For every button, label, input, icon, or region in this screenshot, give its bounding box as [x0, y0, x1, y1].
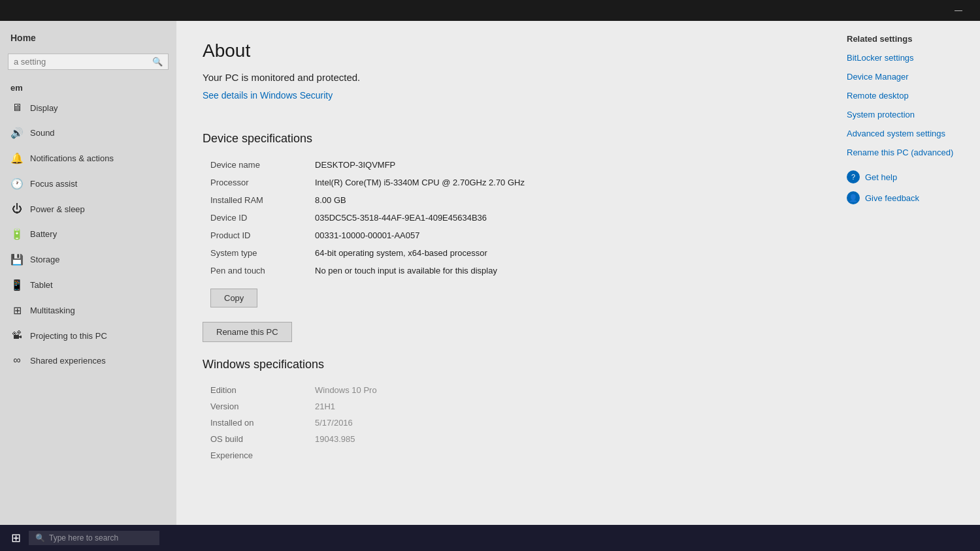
get-help-icon: ? — [847, 170, 860, 183]
search-box[interactable]: 🔍 — [8, 54, 169, 70]
installed-on-value: 5/17/2016 — [307, 415, 660, 431]
experience-label: Experience — [203, 447, 307, 464]
sidebar-item-power[interactable]: ⏻ Power & sleep — [0, 197, 176, 221]
system-protection-link[interactable]: System protection — [847, 110, 970, 119]
notifications-icon: 🔔 — [10, 152, 24, 165]
table-row: System type 64-bit operating system, x64… — [203, 244, 660, 262]
product-id-value: 00331-10000-00001-AA057 — [307, 227, 660, 244]
system-type-label: System type — [203, 244, 307, 262]
sidebar-home[interactable]: Home — [0, 27, 176, 48]
projecting-icon: 📽 — [10, 330, 24, 341]
table-row: Pen and touch No pen or touch input is a… — [203, 262, 660, 279]
processor-value: Intel(R) Core(TM) i5-3340M CPU @ 2.70GHz… — [307, 174, 660, 191]
sidebar-section-system: em — [0, 75, 176, 95]
power-icon: ⏻ — [10, 203, 24, 215]
sidebar-item-display-label: Display — [30, 103, 58, 113]
device-id-label: Device ID — [203, 209, 307, 227]
tablet-icon: 📱 — [10, 279, 24, 291]
rename-advanced-link[interactable]: Rename this PC (advanced) — [847, 148, 970, 157]
multitasking-icon: ⊞ — [10, 304, 24, 317]
search-icon: 🔍 — [152, 57, 163, 67]
product-id-label: Product ID — [203, 227, 307, 244]
sidebar-item-storage[interactable]: 💾 Storage — [0, 247, 176, 272]
feedback-label: Give feedback — [865, 193, 919, 203]
focus-icon: 🕐 — [10, 178, 24, 190]
advanced-system-link[interactable]: Advanced system settings — [847, 129, 970, 138]
table-row: Device ID 035DC5C5-3518-44AF-9EA1-409E45… — [203, 209, 660, 227]
help-section: ? Get help 👤 Give feedback — [847, 170, 970, 204]
version-value: 21H1 — [307, 398, 660, 415]
bitlocker-link[interactable]: BitLocker settings — [847, 53, 970, 63]
windows-specs-table: Edition Windows 10 Pro Version 21H1 Inst… — [203, 382, 660, 464]
search-input[interactable] — [14, 57, 152, 67]
device-name-value: DESKTOP-3IQVMFP — [307, 156, 660, 174]
ram-label: Installed RAM — [203, 191, 307, 209]
table-row: Product ID 00331-10000-00001-AA057 — [203, 227, 660, 244]
protection-text: Your PC is monitored and protected. — [203, 72, 810, 83]
get-help-item[interactable]: ? Get help — [847, 170, 970, 183]
device-specs-title: Device specifications — [203, 132, 810, 146]
sound-icon: 🔊 — [10, 127, 24, 139]
table-row: Edition Windows 10 Pro — [203, 382, 660, 398]
shared-icon: ∞ — [10, 354, 24, 366]
storage-icon: 💾 — [10, 253, 24, 266]
device-manager-link[interactable]: Device Manager — [847, 72, 970, 82]
sidebar-item-display[interactable]: 🖥 Display — [0, 95, 176, 120]
rename-button[interactable]: Rename this PC — [203, 322, 292, 342]
edition-value: Windows 10 Pro — [307, 382, 660, 398]
sidebar-item-tablet-label: Tablet — [30, 280, 53, 290]
device-id-value: 035DC5C5-3518-44AF-9EA1-409E45634B36 — [307, 209, 660, 227]
sidebar-item-tablet[interactable]: 📱 Tablet — [0, 272, 176, 298]
sidebar-item-sound-label: Sound — [30, 128, 55, 138]
feedback-item[interactable]: 👤 Give feedback — [847, 191, 970, 204]
page-title: About — [203, 40, 810, 61]
taskbar-search-icon: 🔍 — [35, 533, 45, 543]
table-row: Processor Intel(R) Core(TM) i5-3340M CPU… — [203, 174, 660, 191]
system-type-value: 64-bit operating system, x64-based proce… — [307, 244, 660, 262]
table-row: OS build 19043.985 — [203, 431, 660, 447]
minimize-button[interactable]: — — [943, 0, 973, 21]
processor-label: Processor — [203, 174, 307, 191]
sidebar-item-shared[interactable]: ∞ Shared experiences — [0, 348, 176, 373]
copy-button[interactable]: Copy — [210, 289, 257, 307]
ram-value: 8.00 GB — [307, 191, 660, 209]
table-row: Device name DESKTOP-3IQVMFP — [203, 156, 660, 174]
edition-label: Edition — [203, 382, 307, 398]
version-label: Version — [203, 398, 307, 415]
windows-security-link[interactable]: See details in Windows Security — [203, 90, 333, 101]
sidebar-item-notifications[interactable]: 🔔 Notifications & actions — [0, 146, 176, 171]
battery-icon: 🔋 — [10, 228, 24, 240]
sidebar: Home 🔍 em 🖥 Display 🔊 Sound 🔔 Notificati… — [0, 21, 176, 525]
sidebar-item-storage-label: Storage — [30, 255, 60, 264]
table-row: Experience — [203, 447, 660, 464]
experience-value — [307, 447, 660, 464]
sidebar-item-sound[interactable]: 🔊 Sound — [0, 120, 176, 146]
windows-specs-title: Windows specifications — [203, 358, 810, 371]
get-help-label: Get help — [865, 172, 897, 182]
sidebar-item-power-label: Power & sleep — [30, 204, 85, 214]
taskbar: ⊞ 🔍 Type here to search — [0, 525, 980, 551]
settings-window: Home 🔍 em 🖥 Display 🔊 Sound 🔔 Notificati… — [0, 21, 980, 525]
sidebar-item-battery[interactable]: 🔋 Battery — [0, 221, 176, 247]
sidebar-item-multitasking[interactable]: ⊞ Multitasking — [0, 298, 176, 323]
title-bar: — — [0, 0, 980, 21]
display-icon: 🖥 — [10, 102, 24, 114]
device-specs-table: Device name DESKTOP-3IQVMFP Processor In… — [203, 156, 660, 279]
table-row: Version 21H1 — [203, 398, 660, 415]
table-row: Installed RAM 8.00 GB — [203, 191, 660, 209]
sidebar-item-focus[interactable]: 🕐 Focus assist — [0, 171, 176, 197]
feedback-icon: 👤 — [847, 191, 860, 204]
start-button[interactable]: ⊞ — [3, 525, 29, 551]
sidebar-item-battery-label: Battery — [30, 229, 57, 239]
remote-desktop-link[interactable]: Remote desktop — [847, 91, 970, 101]
taskbar-search[interactable]: 🔍 Type here to search — [29, 531, 159, 545]
sidebar-item-multitasking-label: Multitasking — [30, 306, 75, 315]
os-build-value: 19043.985 — [307, 431, 660, 447]
os-build-label: OS build — [203, 431, 307, 447]
device-name-label: Device name — [203, 156, 307, 174]
pen-touch-value: No pen or touch input is available for t… — [307, 262, 660, 279]
sidebar-item-projecting[interactable]: 📽 Projecting to this PC — [0, 323, 176, 348]
related-settings-panel: Related settings BitLocker settings Devi… — [836, 21, 980, 525]
main-content: About Your PC is monitored and protected… — [176, 21, 836, 525]
pen-touch-label: Pen and touch — [203, 262, 307, 279]
